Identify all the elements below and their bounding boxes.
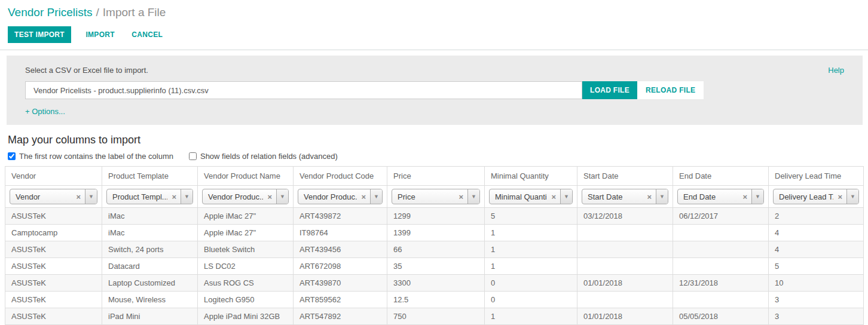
column-mapping-select[interactable]: End Date×▼ bbox=[677, 189, 764, 204]
clear-selection-icon[interactable]: × bbox=[167, 192, 181, 201]
table-cell: 1 bbox=[485, 241, 577, 258]
column-mapping-cell: Vendor Produc...×▼ bbox=[198, 186, 294, 208]
table-row: ASUSTeKDatacardLS DC02ART6720983515 bbox=[5, 258, 864, 275]
table-cell: Datacard bbox=[102, 258, 198, 275]
table-cell: Switch, 24 ports bbox=[102, 241, 198, 258]
column-header: Vendor Product Code bbox=[294, 167, 387, 186]
table-cell: 4 bbox=[769, 241, 864, 258]
chevron-down-icon[interactable]: ▼ bbox=[467, 189, 479, 204]
cancel-button[interactable]: CANCEL bbox=[129, 26, 165, 43]
selected-field-label: Vendor bbox=[10, 192, 72, 201]
table-cell bbox=[673, 258, 769, 275]
table-cell: 1 bbox=[485, 308, 577, 325]
breadcrumb-separator: / bbox=[96, 6, 99, 19]
column-mapping-select[interactable]: Start Date×▼ bbox=[582, 189, 668, 204]
clear-selection-icon[interactable]: × bbox=[833, 192, 846, 201]
chevron-down-icon[interactable]: ▼ bbox=[181, 189, 192, 204]
chevron-down-icon[interactable]: ▼ bbox=[370, 189, 382, 204]
table-row: ASUSTeKMouse, WirelessLogitech G950ART85… bbox=[5, 292, 864, 308]
options-link[interactable]: + Options... bbox=[25, 107, 65, 116]
table-cell bbox=[577, 241, 673, 258]
relation-fields-option[interactable]: Show fields of relation fields (advanced… bbox=[189, 152, 338, 161]
table-cell bbox=[673, 241, 769, 258]
breadcrumb: Vendor Pricelists/Import a File bbox=[8, 6, 860, 19]
chevron-down-icon[interactable]: ▼ bbox=[276, 189, 288, 204]
clear-selection-icon[interactable]: × bbox=[357, 192, 370, 201]
column-mapping-select[interactable]: Price×▼ bbox=[392, 189, 480, 204]
column-mapping-select[interactable]: Vendor Produc...×▼ bbox=[202, 189, 289, 204]
column-mapping-select[interactable]: Minimal Quanti...×▼ bbox=[489, 189, 573, 204]
table-cell: Logitech G950 bbox=[198, 292, 294, 308]
table-cell: Laptop Customized bbox=[102, 275, 198, 292]
import-preview-table: VendorProduct TemplateVendor Product Nam… bbox=[5, 166, 864, 325]
column-header: Product Template bbox=[102, 167, 198, 186]
table-cell: 2 bbox=[769, 208, 864, 225]
table-cell: Apple iPad Mini 32GB bbox=[198, 308, 294, 325]
first-row-label-option[interactable]: The first row contains the label of the … bbox=[8, 152, 173, 161]
relation-fields-checkbox[interactable] bbox=[189, 152, 197, 160]
clear-selection-icon[interactable]: × bbox=[263, 192, 276, 201]
column-header: Vendor Product Name bbox=[198, 167, 294, 186]
file-name-input[interactable] bbox=[25, 81, 582, 99]
table-cell: 01/01/2018 bbox=[577, 275, 673, 292]
clear-selection-icon[interactable]: × bbox=[72, 192, 85, 201]
column-mapping-cell: Vendor×▼ bbox=[5, 186, 102, 208]
chevron-down-icon[interactable]: ▼ bbox=[656, 189, 668, 204]
table-cell: LS DC02 bbox=[198, 258, 294, 275]
table-cell: 12.5 bbox=[387, 292, 485, 308]
column-mapping-cell: Product Templ...×▼ bbox=[102, 186, 198, 208]
table-cell: iPad Mini bbox=[102, 308, 198, 325]
clear-selection-icon[interactable]: × bbox=[454, 192, 467, 201]
column-mapping-select[interactable]: Delivery Lead T...×▼ bbox=[773, 189, 859, 204]
breadcrumb-current: Import a File bbox=[103, 6, 166, 19]
import-button[interactable]: IMPORT bbox=[83, 26, 117, 43]
chevron-down-icon[interactable]: ▼ bbox=[751, 189, 763, 204]
load-file-button[interactable]: LOAD FILE bbox=[582, 81, 637, 99]
table-cell: 1399 bbox=[387, 225, 485, 241]
table-cell: 3300 bbox=[387, 275, 485, 292]
table-cell: iMac bbox=[102, 225, 198, 241]
breadcrumb-parent[interactable]: Vendor Pricelists bbox=[8, 6, 93, 19]
column-mapping-cell: Start Date×▼ bbox=[577, 186, 673, 208]
column-header: Delivery Lead Time bbox=[769, 167, 864, 186]
toolbar: TEST IMPORT IMPORT CANCEL bbox=[8, 26, 860, 43]
table-cell: ART859562 bbox=[294, 292, 387, 308]
clear-selection-icon[interactable]: × bbox=[738, 192, 751, 201]
table-cell: ASUSTeK bbox=[5, 292, 102, 308]
table-cell bbox=[577, 292, 673, 308]
clear-selection-icon[interactable]: × bbox=[643, 192, 656, 201]
column-mapping-select[interactable]: Vendor×▼ bbox=[10, 189, 97, 204]
table-row: ASUSTeKiPad MiniApple iPad Mini 32GBART5… bbox=[5, 308, 864, 325]
clear-selection-icon[interactable]: × bbox=[547, 192, 560, 201]
table-cell bbox=[577, 225, 673, 241]
help-link[interactable]: Help bbox=[828, 66, 844, 75]
chevron-down-icon[interactable]: ▼ bbox=[846, 189, 858, 204]
table-cell: ART439456 bbox=[294, 241, 387, 258]
first-row-checkbox-label: The first row contains the label of the … bbox=[19, 152, 173, 161]
table-cell: 66 bbox=[387, 241, 485, 258]
first-row-checkbox[interactable] bbox=[8, 152, 16, 160]
header: Vendor Pricelists/Import a File TEST IMP… bbox=[0, 0, 868, 43]
column-mapping-cell: End Date×▼ bbox=[673, 186, 769, 208]
table-cell: 35 bbox=[387, 258, 485, 275]
table-cell: 10 bbox=[769, 275, 864, 292]
column-mapping-row: Vendor×▼Product Templ...×▼Vendor Produc.… bbox=[5, 186, 864, 208]
table-cell: 06/12/2017 bbox=[673, 208, 769, 225]
table-cell: 5 bbox=[769, 258, 864, 275]
column-mapping-select[interactable]: Vendor Produc...×▼ bbox=[298, 189, 383, 204]
table-cell: 12/31/2018 bbox=[673, 275, 769, 292]
column-mapping-select[interactable]: Product Templ...×▼ bbox=[106, 189, 193, 204]
test-import-button[interactable]: TEST IMPORT bbox=[8, 26, 71, 43]
selected-field-label: Start Date bbox=[582, 192, 643, 201]
table-cell: ART439872 bbox=[294, 208, 387, 225]
selected-field-label: Price bbox=[392, 192, 454, 201]
chevron-down-icon[interactable]: ▼ bbox=[85, 189, 97, 204]
column-mapping-cell: Minimal Quanti...×▼ bbox=[485, 186, 577, 208]
table-cell: 03/12/2018 bbox=[577, 208, 673, 225]
table-cell: ART547892 bbox=[294, 308, 387, 325]
selected-field-label: Delivery Lead T... bbox=[774, 192, 833, 201]
column-header: Minimal Quantity bbox=[485, 167, 577, 186]
chevron-down-icon[interactable]: ▼ bbox=[560, 189, 572, 204]
reload-file-button[interactable]: RELOAD FILE bbox=[637, 81, 704, 99]
table-row: ASUSTeKLaptop CustomizedAsus ROG CSART43… bbox=[5, 275, 864, 292]
